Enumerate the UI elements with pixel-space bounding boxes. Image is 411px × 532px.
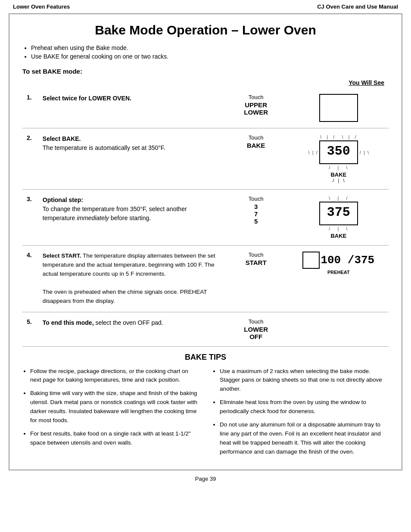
bake-tips-section: BAKE TIPS Follow the recipe, package dir… [22, 353, 389, 461]
tip-left-3: For best results, bake food on a single … [30, 429, 199, 448]
display-350: 350 [319, 140, 358, 164]
step-4-bold: Select START. [43, 252, 81, 259]
touch-bold-3c: 5 [228, 218, 284, 225]
bake-350-row: \ | / 350 / | \ [308, 140, 369, 164]
display-wrapper-2: \ | / \ | / \ | / 350 / | \ / | \ BAKE /… [293, 134, 384, 183]
tip-right-3: Do not use any aluminum foil or a dispos… [220, 420, 389, 457]
table-row: 2. Select BAKE. The temperature is autom… [22, 128, 389, 190]
step-1-bold: Select twice for LOWER OVEN. [43, 95, 131, 102]
touch-bold-4a: START [228, 259, 284, 266]
bake-tips-title: BAKE TIPS [22, 353, 389, 362]
intro-bullet-1: Preheat when using the Bake mode. [31, 44, 389, 51]
step-desc-5: To end this mode, select the oven OFF pa… [38, 312, 224, 346]
table-row: 4. Select START. The temperature display… [22, 246, 389, 312]
step-2-bold: Select BAKE. [43, 135, 81, 142]
bake-label-sub-2: / | \ [333, 178, 344, 183]
step-num-1: 1. [22, 88, 38, 128]
display-small-box [302, 252, 320, 269]
touch-bold-1b: LOWER [228, 109, 284, 116]
step-desc-4: Select START. The temperature display al… [38, 246, 224, 312]
step-touch-2: Touch BAKE [224, 128, 289, 190]
display-box-empty [319, 94, 358, 122]
step-num-2: 2. [22, 128, 38, 190]
preheat-display-row: 100 /375 [302, 252, 374, 269]
header-left: Lower Oven Features [13, 3, 70, 10]
step-desc-2: Select BAKE. The temperature is automati… [38, 128, 224, 190]
touch-word-3: Touch [228, 196, 284, 202]
preheat-sub: PREHEAT [327, 270, 350, 275]
sparks-right-2: / | \ [360, 148, 369, 157]
touch-bold-5a: LOWER [228, 326, 284, 333]
tip-right-2: Eliminate heat loss from the oven by usi… [220, 398, 389, 416]
steps-table: 1. Select twice for LOWER OVEN. Touch UP… [22, 88, 389, 347]
touch-bold-1a: UPPER [228, 101, 284, 109]
intro-bullets: Preheat when using the Bake mode. Use BA… [31, 44, 389, 60]
preheat-numbers: 100 /375 [321, 254, 374, 267]
step-3-normal: To change the temperature from 350°F, se… [43, 205, 187, 221]
step-num-3: 3. [22, 190, 38, 246]
touch-bold-5b: OFF [228, 333, 284, 340]
display-wrapper-1 [293, 94, 384, 122]
step-touch-3: Touch 3 7 5 [224, 190, 289, 246]
step-num-5: 5. [22, 312, 38, 346]
sparks-bottom-3: / | \ [329, 226, 348, 231]
tips-left-list: Follow the recipe, package directions, o… [30, 367, 199, 448]
footer-page: Page 39 [0, 476, 411, 482]
page-title: Bake Mode Operation – Lower Oven [22, 23, 389, 37]
step-see-2: \ | / \ | / \ | / 350 / | \ / | \ BAKE /… [289, 128, 389, 190]
step-5-bold: To end this mode, [43, 319, 94, 326]
main-content: Bake Mode Operation – Lower Oven Preheat… [9, 13, 402, 470]
step-touch-1: Touch UPPER LOWER [224, 88, 289, 128]
tip-left-2: Baking time will vary with the size, sha… [30, 389, 199, 425]
touch-bold-3b: 7 [228, 210, 284, 218]
touch-bold-2a: BAKE [228, 142, 284, 149]
tip-left-1: Follow the recipe, package directions, o… [30, 367, 199, 385]
step-desc-3: Optional step: To change the temperature… [38, 190, 224, 246]
set-bake-heading: To set BAKE mode: [22, 68, 389, 75]
display-375: 375 [319, 202, 358, 225]
bake-label-2: BAKE [330, 171, 346, 178]
bake-375-row: 375 [319, 202, 358, 225]
touch-word-4: Touch [228, 252, 284, 258]
sparks-top-3: \ | / [329, 196, 348, 201]
sparks-left-2: \ | / [308, 148, 318, 157]
intro-bullet-2: Use BAKE for general cooking on one or t… [31, 53, 389, 60]
tips-col-right: Use a maximum of 2 racks when selecting … [212, 367, 389, 461]
step-see-3: \ | / 375 / | \ BAKE [289, 190, 389, 246]
step-see-4: 100 /375 PREHEAT [289, 246, 389, 312]
touch-word-1: Touch [228, 94, 284, 100]
sparks-top-2: \ | / \ | / [320, 134, 357, 140]
sparks-bottom-2: / | \ [329, 165, 348, 170]
touch-bold-3a: 3 [228, 203, 284, 210]
tips-col-left: Follow the recipe, package directions, o… [22, 367, 199, 461]
display-wrapper-3: \ | / 375 / | \ BAKE [293, 196, 384, 239]
header-bar: Lower Oven Features CJ Oven Care and Use… [0, 0, 411, 12]
header-right: CJ Oven Care and Use Manual [317, 3, 398, 10]
table-row: 1. Select twice for LOWER OVEN. Touch UP… [22, 88, 389, 128]
step-touch-5: Touch LOWER OFF [224, 312, 289, 346]
you-will-see-label: You Will See [22, 79, 389, 88]
tips-columns: Follow the recipe, package directions, o… [22, 367, 389, 461]
step-4-preheat-note: The oven is preheated when the chime sig… [43, 289, 207, 304]
tip-right-1: Use a maximum of 2 racks when selecting … [220, 367, 389, 394]
table-row: 3. Optional step: To change the temperat… [22, 190, 389, 246]
step-2-normal: The temperature is automatically set at … [43, 144, 165, 151]
table-row: 5. To end this mode, select the oven OFF… [22, 312, 389, 346]
bake-label-3: BAKE [330, 233, 346, 239]
touch-word-2: Touch [228, 134, 284, 141]
page-wrapper: Lower Oven Features CJ Oven Care and Use… [0, 0, 411, 532]
display-wrapper-4: 100 /375 PREHEAT [293, 252, 384, 275]
step-desc-1: Select twice for LOWER OVEN. [38, 88, 224, 128]
tips-right-list: Use a maximum of 2 racks when selecting … [220, 367, 389, 457]
step-see-5 [289, 312, 389, 346]
step-5-normal: select the oven OFF pad. [94, 319, 163, 326]
step-see-1 [289, 88, 389, 128]
step-num-4: 4. [22, 246, 38, 312]
step-3-bold: Optional step: [43, 196, 83, 203]
step-touch-4: Touch START [224, 246, 289, 312]
touch-word-5: Touch [228, 318, 284, 325]
